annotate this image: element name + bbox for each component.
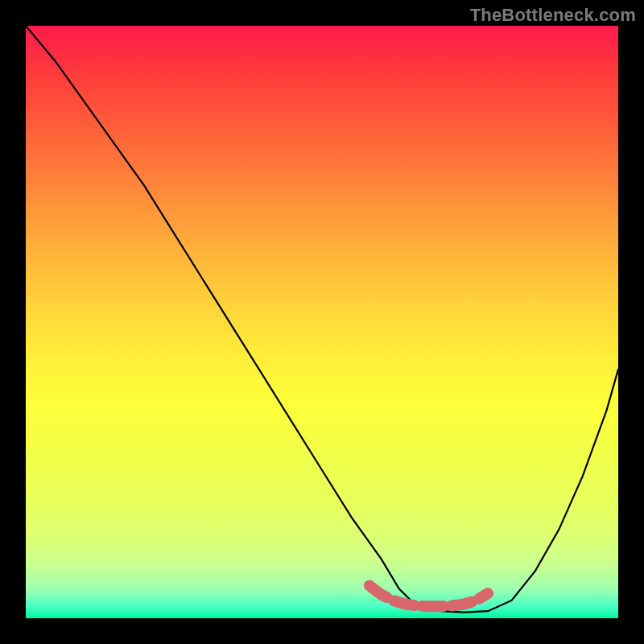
bottleneck-chart bbox=[26, 26, 618, 618]
optimal-band-path bbox=[369, 586, 488, 607]
watermark-text: TheBottleneck.com bbox=[470, 5, 636, 26]
bottleneck-curve-path bbox=[26, 26, 618, 613]
